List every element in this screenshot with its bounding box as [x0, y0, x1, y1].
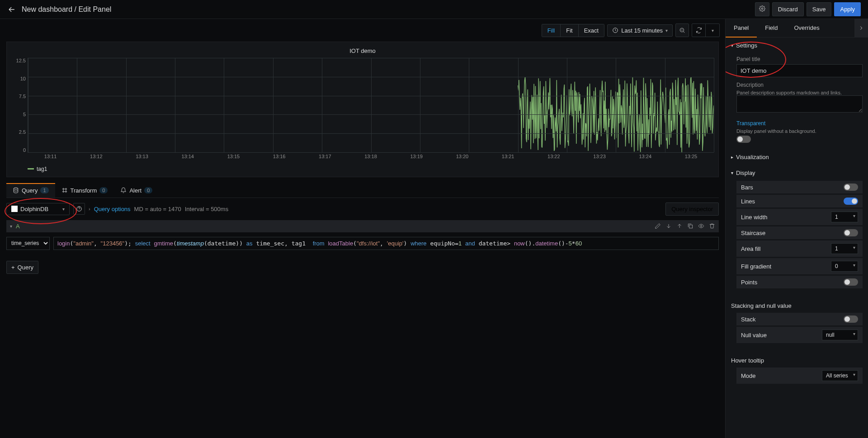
add-query-button[interactable]: + Query: [6, 261, 38, 274]
display-section-header[interactable]: ▾ Display: [726, 165, 868, 181]
tab-panel[interactable]: Panel: [726, 19, 757, 38]
move-down-icon[interactable]: [665, 223, 672, 229]
view-fill[interactable]: Fill: [542, 24, 561, 37]
chevron-down-icon: ▾: [731, 170, 733, 175]
svg-point-3: [14, 188, 18, 189]
back-arrow-icon[interactable]: [7, 5, 16, 14]
settings-section-header[interactable]: ▾ Settings: [726, 38, 868, 53]
transparent-label: Transparent: [736, 120, 863, 127]
save-button[interactable]: Save: [807, 2, 832, 16]
stacking-header: Stacking and null value: [726, 296, 868, 313]
tab-transform[interactable]: Transform 0: [55, 184, 114, 198]
staircase-toggle[interactable]: [844, 229, 858, 236]
edit-icon[interactable]: [655, 223, 661, 229]
chevron-down-icon: ▾: [731, 43, 733, 48]
null-value-row: Null value null: [736, 327, 863, 343]
move-up-icon[interactable]: [676, 223, 683, 229]
tab-query[interactable]: Query 1: [6, 184, 55, 198]
panel-settings-button[interactable]: [755, 2, 769, 16]
line-width-row: Line width 1: [736, 209, 863, 225]
stack-row: Stack: [736, 313, 863, 325]
refresh-button-group: ▾: [692, 24, 720, 37]
panel-title-label: Panel title: [736, 56, 863, 62]
bars-toggle[interactable]: [844, 184, 858, 191]
refresh-button[interactable]: [692, 24, 706, 37]
query-options-link[interactable]: Query options: [94, 206, 131, 212]
x-axis: 13:1113:1213:1313:1413:1513:1613:1713:18…: [28, 154, 714, 162]
tab-overrides[interactable]: Overrides: [786, 19, 827, 37]
legend-swatch: [28, 168, 34, 170]
legend-item[interactable]: tag1: [28, 166, 47, 172]
chevron-right-icon: ▸: [731, 155, 733, 160]
area-fill-select[interactable]: 1: [831, 243, 858, 254]
description-input[interactable]: [736, 95, 863, 113]
points-toggle[interactable]: [844, 278, 858, 286]
description-hint: Panel description supports markdown and …: [736, 90, 863, 95]
options-panel: Panel Field Overrides ▾ Settings Panel t…: [725, 19, 868, 438]
y-axis: 12.5107.552.50: [11, 58, 26, 153]
chart-title: IOT demo: [11, 46, 714, 58]
topbar: New dashboard / Edit Panel Discard Save …: [0, 0, 868, 19]
time-range-picker[interactable]: Last 15 minutes ▾: [607, 24, 673, 37]
transparent-toggle[interactable]: [736, 136, 751, 143]
database-icon: [13, 187, 19, 193]
points-row: Points: [736, 276, 863, 288]
chevron-right-icon: ›: [89, 206, 90, 212]
plot-area[interactable]: 12.5107.552.50 13:1113:1213:1313:1413:15…: [11, 58, 714, 162]
stack-toggle[interactable]: [844, 316, 858, 323]
query-row-header[interactable]: ▾ A: [6, 220, 719, 232]
query-inspector-button[interactable]: Query inspector: [665, 203, 719, 216]
legend-label: tag1: [37, 166, 47, 172]
datasource-help-button[interactable]: [73, 203, 85, 215]
refresh-interval-dropdown[interactable]: ▾: [706, 24, 719, 37]
format-select[interactable]: time_series: [6, 237, 50, 250]
query-row-actions: [655, 223, 715, 229]
trash-icon[interactable]: [709, 223, 715, 229]
query-bar: DolphinDB ▾ › Query options MD = auto = …: [6, 198, 719, 220]
topbar-actions: Discard Save Apply: [755, 2, 861, 16]
lines-row: Lines: [736, 195, 863, 207]
plus-icon: +: [11, 264, 15, 271]
expand-panel-button[interactable]: [854, 19, 868, 37]
hover-mode-row: Mode All series: [736, 367, 863, 384]
view-exact[interactable]: Exact: [579, 24, 604, 37]
zoom-out-button[interactable]: [675, 24, 689, 37]
discard-button[interactable]: Discard: [772, 2, 804, 16]
chevron-down-icon: ▾: [62, 207, 65, 212]
apply-button[interactable]: Apply: [834, 2, 861, 16]
view-fit[interactable]: Fit: [561, 24, 578, 37]
tab-field[interactable]: Field: [757, 19, 786, 37]
svg-rect-5: [689, 225, 693, 228]
lines-toggle[interactable]: [844, 198, 858, 205]
staircase-row: Staircase: [736, 226, 863, 239]
chart-legend: tag1: [11, 162, 714, 172]
datasource-select[interactable]: DolphinDB ▾: [6, 203, 70, 215]
chevron-down-icon: ▾: [10, 224, 12, 229]
eye-icon[interactable]: [698, 223, 704, 229]
line-width-select[interactable]: 1: [831, 212, 858, 222]
fill-gradient-row: Fill gradient 0: [736, 258, 863, 274]
query-editor[interactable]: login("admin", "123456"); select gmtime(…: [53, 237, 719, 250]
query-body: time_series login("admin", "123456"); se…: [6, 232, 719, 254]
interval-info: Interval = 500ms: [185, 206, 228, 212]
null-value-select[interactable]: null: [822, 330, 858, 340]
bell-icon: [120, 187, 127, 193]
chevron-down-icon: ▾: [665, 28, 668, 33]
right-tabs: Panel Field Overrides: [726, 19, 868, 38]
fill-gradient-select[interactable]: 0: [831, 261, 858, 272]
time-range-label: Last 15 minutes: [621, 27, 663, 34]
duplicate-icon[interactable]: [687, 223, 693, 229]
query-letter: A: [16, 223, 20, 230]
breadcrumb: New dashboard / Edit Panel: [22, 5, 755, 14]
md-info: MD = auto = 1470: [134, 206, 181, 212]
description-label: Description: [736, 82, 863, 88]
tab-alert[interactable]: Alert 0: [114, 184, 159, 198]
panel-title-input[interactable]: [736, 64, 863, 77]
datasource-name: DolphinDB: [20, 206, 48, 212]
clock-icon: [612, 27, 618, 33]
transparent-hint: Display panel without a background.: [736, 128, 863, 134]
area-fill-row: Area fill 1: [736, 240, 863, 257]
hover-mode-select[interactable]: All series: [822, 370, 858, 381]
datasource-logo-icon: [11, 206, 18, 212]
visualization-section-header[interactable]: ▸ Visualization: [726, 149, 868, 165]
